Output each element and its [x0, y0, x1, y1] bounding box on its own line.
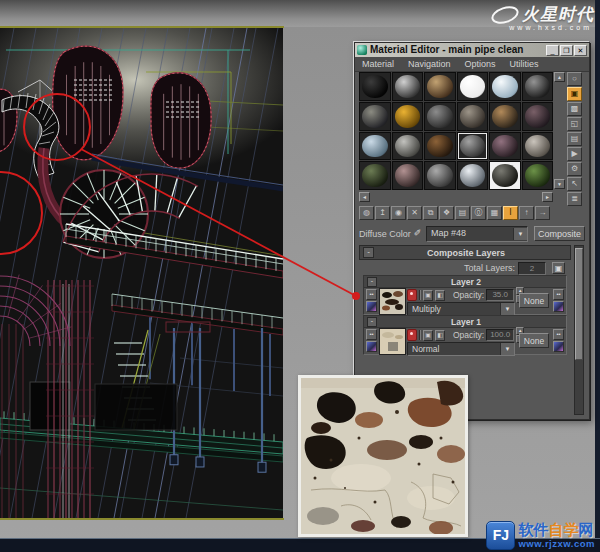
make-unique-icon[interactable]: ❖ [439, 206, 454, 220]
material-sphere-preview [362, 75, 388, 98]
palette-scroll-down-button[interactable]: ▼ [554, 179, 565, 189]
material-slot[interactable] [359, 102, 391, 131]
material-slot[interactable] [522, 72, 554, 101]
duplicate-layer-icon[interactable]: ▣ [423, 290, 433, 301]
material-slot[interactable] [392, 161, 424, 190]
background-icon[interactable]: ▩ [567, 102, 582, 116]
make-preview-icon[interactable]: ▶ [567, 147, 582, 161]
restore-button[interactable]: ❐ [560, 45, 573, 56]
material-slot[interactable] [522, 161, 554, 190]
minimize-button[interactable]: _ [546, 45, 559, 56]
palette-scroll-up-button[interactable]: ▲ [554, 72, 565, 82]
params-scrollbar[interactable] [574, 245, 584, 415]
sample-uv-tiling-icon[interactable]: ◱ [567, 117, 582, 131]
show-map-in-viewport-icon[interactable]: ▦ [487, 206, 502, 220]
get-material-icon[interactable]: ◍ [359, 206, 374, 220]
material-slot[interactable] [522, 132, 554, 161]
color-correction-button[interactable] [366, 301, 377, 312]
material-slot[interactable] [359, 72, 391, 101]
material-sphere-preview [395, 105, 421, 128]
layer-mask-button[interactable]: None [519, 333, 549, 348]
material-slot[interactable] [424, 72, 456, 101]
palette-scroll-right-button[interactable]: ► [542, 192, 553, 202]
chevron-down-icon[interactable]: ▼ [500, 343, 514, 355]
layer-1-header[interactable]: - Layer 1 [364, 316, 566, 328]
put-to-library-icon[interactable]: ▤ [455, 206, 470, 220]
delete-layer-icon[interactable] [407, 289, 417, 301]
scrollbar-thumb[interactable] [575, 248, 583, 360]
collapse-icon[interactable]: - [363, 247, 374, 258]
video-color-check-icon[interactable]: ▤ [567, 132, 582, 146]
material-map-navigator-icon[interactable]: ≣ [567, 192, 582, 206]
material-type-button[interactable]: Composite [534, 226, 585, 241]
color-correction-button[interactable] [553, 341, 564, 352]
material-slot[interactable] [457, 102, 489, 131]
rename-layer-icon[interactable]: ◧ [435, 330, 445, 341]
material-slot[interactable] [489, 132, 521, 161]
material-slot[interactable] [457, 161, 489, 190]
put-material-to-scene-icon[interactable]: ↥ [375, 206, 390, 220]
collapse-icon[interactable]: - [367, 277, 377, 287]
collapse-icon[interactable]: - [367, 317, 377, 327]
chevron-down-icon[interactable]: ▼ [513, 228, 527, 240]
3d-viewport[interactable] [0, 28, 283, 518]
dark-boxes [30, 382, 177, 430]
layer-texture-thumbnail[interactable] [379, 328, 406, 355]
material-slot[interactable] [392, 132, 424, 161]
add-layer-button[interactable]: ▣ [552, 262, 565, 274]
menu-material[interactable]: Material [355, 57, 401, 71]
layer-toggle-button[interactable]: •• [366, 289, 377, 300]
menu-utilities[interactable]: Utilities [503, 57, 546, 71]
material-slot[interactable] [489, 72, 521, 101]
make-material-copy-icon[interactable]: ⧉ [423, 206, 438, 220]
options-icon[interactable]: ⚙ [567, 162, 582, 176]
material-slot[interactable] [424, 132, 456, 161]
menu-navigation[interactable]: Navigation [401, 57, 458, 71]
go-to-parent-icon[interactable]: ↑ [519, 206, 534, 220]
material-slot[interactable] [392, 72, 424, 101]
material-slot[interactable] [489, 102, 521, 131]
total-layers-value[interactable]: 2 [518, 262, 546, 275]
color-correction-button[interactable] [366, 341, 377, 352]
composite-layers-rollout[interactable]: - Composite Layers [359, 245, 571, 260]
material-id-channel-icon[interactable]: ⓪ [471, 206, 486, 220]
layer-toggle-button[interactable]: •• [553, 329, 564, 340]
material-slot[interactable] [359, 132, 391, 161]
chevron-down-icon[interactable]: ▼ [500, 303, 514, 315]
material-editor-titlebar[interactable]: Material Editor - main pipe clean _ ❐ ✕ [355, 43, 589, 57]
sample-type-icon[interactable]: ○ [567, 72, 582, 86]
backlight-icon[interactable]: ▣ [567, 87, 582, 101]
go-forward-to-sibling-icon[interactable]: → [535, 206, 550, 220]
show-end-result-icon[interactable]: Ⅰ [503, 206, 518, 220]
menu-options[interactable]: Options [458, 57, 503, 71]
material-slot[interactable] [392, 102, 424, 131]
color-correction-button[interactable] [553, 301, 564, 312]
layer-toggle-button[interactable]: •• [553, 289, 564, 300]
layer-2-header[interactable]: - Layer 2 [364, 276, 566, 288]
assign-material-to-selection-icon[interactable]: ◉ [391, 206, 406, 220]
map-name-dropdown[interactable]: Map #48 ▼ [426, 226, 528, 242]
material-slot[interactable] [424, 102, 456, 131]
delete-layer-icon[interactable] [407, 329, 417, 341]
rename-layer-icon[interactable]: ◧ [435, 290, 445, 301]
layer-toggle-button[interactable]: •• [366, 329, 377, 340]
layer-texture-thumbnail[interactable] [379, 288, 406, 315]
pick-material-icon[interactable]: ✐ [411, 227, 424, 240]
opacity-value[interactable]: 100.0 [486, 329, 514, 341]
material-slot[interactable] [522, 102, 554, 131]
material-slot[interactable] [457, 132, 489, 161]
blend-mode-dropdown[interactable]: Multiply ▼ [407, 302, 515, 316]
layer-mask-button[interactable]: None [519, 293, 549, 308]
close-button[interactable]: ✕ [574, 45, 587, 56]
blend-mode-dropdown[interactable]: Normal ▼ [407, 342, 515, 356]
select-by-material-icon[interactable]: ↖ [567, 177, 582, 191]
material-slot[interactable] [489, 161, 521, 190]
palette-scroll-left-button[interactable]: ◄ [359, 192, 370, 202]
material-slot[interactable] [457, 72, 489, 101]
material-slot[interactable] [359, 161, 391, 190]
rjzxw-logo-icon: FJ [486, 521, 515, 550]
reset-map-icon[interactable]: ✕ [407, 206, 422, 220]
duplicate-layer-icon[interactable]: ▣ [423, 330, 433, 341]
opacity-value[interactable]: 35.0 [486, 289, 514, 301]
material-slot[interactable] [424, 161, 456, 190]
